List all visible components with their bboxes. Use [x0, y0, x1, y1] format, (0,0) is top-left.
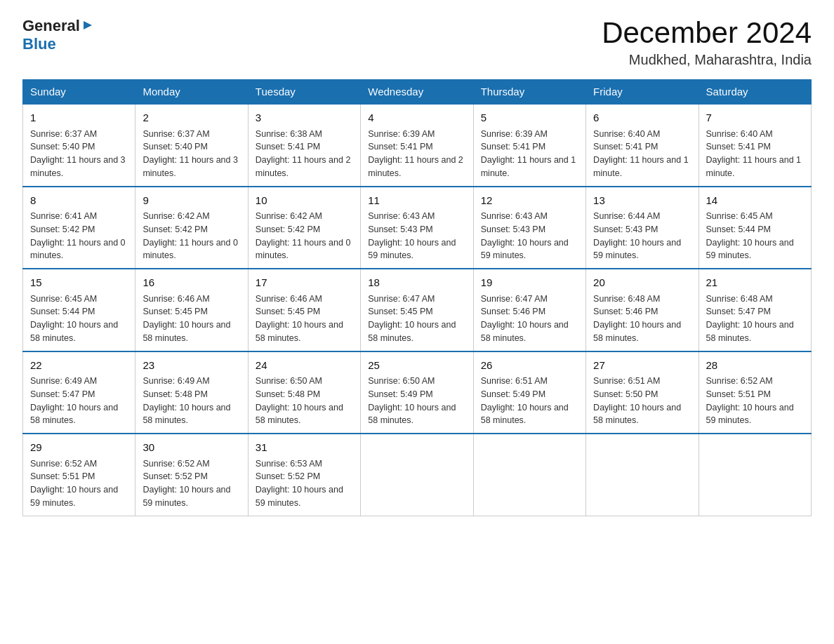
- calendar-cell: 20Sunrise: 6:48 AMSunset: 5:46 PMDayligh…: [586, 269, 699, 351]
- logo: General Blue: [22, 17, 93, 53]
- day-number: 25: [368, 358, 465, 374]
- calendar-cell: 17Sunrise: 6:46 AMSunset: 5:45 PMDayligh…: [248, 269, 360, 351]
- day-number: 27: [593, 358, 691, 374]
- header-sunday: Sunday: [23, 80, 135, 105]
- title-block: December 2024 Mudkhed, Maharashtra, Indi…: [602, 17, 812, 68]
- day-number: 21: [706, 275, 804, 291]
- day-info: Sunrise: 6:38 AMSunset: 5:41 PMDaylight:…: [256, 128, 353, 180]
- day-number: 17: [256, 275, 353, 291]
- calendar-cell: 26Sunrise: 6:51 AMSunset: 5:49 PMDayligh…: [473, 351, 585, 434]
- calendar-cell: 28Sunrise: 6:52 AMSunset: 5:51 PMDayligh…: [699, 351, 811, 434]
- day-number: 18: [368, 275, 465, 291]
- header-monday: Monday: [135, 80, 248, 105]
- calendar-cell: 3Sunrise: 6:38 AMSunset: 5:41 PMDaylight…: [248, 104, 360, 187]
- calendar-week-row: 29Sunrise: 6:52 AMSunset: 5:51 PMDayligh…: [23, 434, 812, 516]
- day-number: 11: [368, 193, 465, 209]
- logo-blue-text: Blue: [22, 35, 56, 53]
- calendar-cell: 27Sunrise: 6:51 AMSunset: 5:50 PMDayligh…: [586, 351, 699, 434]
- calendar-cell: 31Sunrise: 6:53 AMSunset: 5:52 PMDayligh…: [248, 434, 360, 516]
- day-number: 1: [30, 110, 128, 126]
- day-info: Sunrise: 6:46 AMSunset: 5:45 PMDaylight:…: [143, 293, 240, 345]
- day-info: Sunrise: 6:48 AMSunset: 5:47 PMDaylight:…: [706, 293, 804, 345]
- day-info: Sunrise: 6:42 AMSunset: 5:42 PMDaylight:…: [143, 210, 240, 262]
- day-number: 7: [706, 110, 804, 126]
- day-number: 20: [593, 275, 691, 291]
- day-number: 6: [593, 110, 691, 126]
- calendar-cell: 10Sunrise: 6:42 AMSunset: 5:42 PMDayligh…: [248, 187, 360, 269]
- day-info: Sunrise: 6:49 AMSunset: 5:47 PMDaylight:…: [30, 375, 128, 427]
- calendar-cell: 29Sunrise: 6:52 AMSunset: 5:51 PMDayligh…: [23, 434, 135, 516]
- day-info: Sunrise: 6:43 AMSunset: 5:43 PMDaylight:…: [368, 210, 465, 262]
- calendar-cell: 5Sunrise: 6:39 AMSunset: 5:41 PMDaylight…: [473, 104, 585, 187]
- calendar-cell: 11Sunrise: 6:43 AMSunset: 5:43 PMDayligh…: [361, 187, 473, 269]
- calendar-cell: 16Sunrise: 6:46 AMSunset: 5:45 PMDayligh…: [135, 269, 248, 351]
- day-number: 14: [706, 193, 804, 209]
- calendar-cell: [473, 434, 585, 516]
- day-info: Sunrise: 6:52 AMSunset: 5:51 PMDaylight:…: [706, 375, 804, 427]
- header-thursday: Thursday: [473, 80, 585, 105]
- day-info: Sunrise: 6:49 AMSunset: 5:48 PMDaylight:…: [143, 375, 240, 427]
- day-number: 19: [481, 275, 578, 291]
- header-wednesday: Wednesday: [361, 80, 473, 105]
- header-tuesday: Tuesday: [248, 80, 360, 105]
- day-info: Sunrise: 6:50 AMSunset: 5:49 PMDaylight:…: [368, 375, 465, 427]
- day-number: 29: [30, 440, 128, 456]
- day-info: Sunrise: 6:41 AMSunset: 5:42 PMDaylight:…: [30, 210, 128, 262]
- logo-triangle-icon: [82, 20, 93, 34]
- page-header: General Blue December 2024 Mudkhed, Maha…: [22, 17, 812, 68]
- day-number: 15: [30, 275, 128, 291]
- day-number: 30: [143, 440, 240, 456]
- day-number: 10: [256, 193, 353, 209]
- day-info: Sunrise: 6:50 AMSunset: 5:48 PMDaylight:…: [256, 375, 353, 427]
- calendar-week-row: 1Sunrise: 6:37 AMSunset: 5:40 PMDaylight…: [23, 104, 812, 187]
- calendar-cell: 23Sunrise: 6:49 AMSunset: 5:48 PMDayligh…: [135, 351, 248, 434]
- day-info: Sunrise: 6:52 AMSunset: 5:51 PMDaylight:…: [30, 457, 128, 510]
- calendar-title: December 2024: [602, 17, 812, 49]
- day-number: 8: [30, 193, 128, 209]
- calendar-cell: 25Sunrise: 6:50 AMSunset: 5:49 PMDayligh…: [361, 351, 473, 434]
- day-number: 16: [143, 275, 240, 291]
- calendar-cell: 30Sunrise: 6:52 AMSunset: 5:52 PMDayligh…: [135, 434, 248, 516]
- day-info: Sunrise: 6:47 AMSunset: 5:45 PMDaylight:…: [368, 293, 465, 345]
- header-saturday: Saturday: [699, 80, 811, 105]
- calendar-subtitle: Mudkhed, Maharashtra, India: [602, 52, 812, 68]
- day-number: 28: [706, 358, 804, 374]
- calendar-cell: 2Sunrise: 6:37 AMSunset: 5:40 PMDaylight…: [135, 104, 248, 187]
- calendar-cell: 24Sunrise: 6:50 AMSunset: 5:48 PMDayligh…: [248, 351, 360, 434]
- calendar-cell: 6Sunrise: 6:40 AMSunset: 5:41 PMDaylight…: [586, 104, 699, 187]
- day-info: Sunrise: 6:47 AMSunset: 5:46 PMDaylight:…: [481, 293, 578, 345]
- calendar-cell: 8Sunrise: 6:41 AMSunset: 5:42 PMDaylight…: [23, 187, 135, 269]
- calendar-cell: 22Sunrise: 6:49 AMSunset: 5:47 PMDayligh…: [23, 351, 135, 434]
- calendar-header-row: SundayMondayTuesdayWednesdayThursdayFrid…: [23, 80, 812, 105]
- day-number: 22: [30, 358, 128, 374]
- day-info: Sunrise: 6:40 AMSunset: 5:41 PMDaylight:…: [706, 128, 804, 180]
- day-number: 24: [256, 358, 353, 374]
- logo-general-text: General: [22, 17, 80, 35]
- calendar-cell: 21Sunrise: 6:48 AMSunset: 5:47 PMDayligh…: [699, 269, 811, 351]
- calendar-cell: [361, 434, 473, 516]
- calendar-cell: [586, 434, 699, 516]
- day-info: Sunrise: 6:40 AMSunset: 5:41 PMDaylight:…: [593, 128, 691, 180]
- day-info: Sunrise: 6:39 AMSunset: 5:41 PMDaylight:…: [368, 128, 465, 180]
- day-info: Sunrise: 6:37 AMSunset: 5:40 PMDaylight:…: [30, 128, 128, 180]
- day-info: Sunrise: 6:46 AMSunset: 5:45 PMDaylight:…: [256, 293, 353, 345]
- calendar-cell: 15Sunrise: 6:45 AMSunset: 5:44 PMDayligh…: [23, 269, 135, 351]
- day-info: Sunrise: 6:52 AMSunset: 5:52 PMDaylight:…: [143, 457, 240, 510]
- calendar-cell: 12Sunrise: 6:43 AMSunset: 5:43 PMDayligh…: [473, 187, 585, 269]
- header-friday: Friday: [586, 80, 699, 105]
- calendar-week-row: 22Sunrise: 6:49 AMSunset: 5:47 PMDayligh…: [23, 351, 812, 434]
- calendar-cell: 13Sunrise: 6:44 AMSunset: 5:43 PMDayligh…: [586, 187, 699, 269]
- day-number: 23: [143, 358, 240, 374]
- day-info: Sunrise: 6:45 AMSunset: 5:44 PMDaylight:…: [30, 293, 128, 345]
- day-number: 26: [481, 358, 578, 374]
- day-info: Sunrise: 6:51 AMSunset: 5:49 PMDaylight:…: [481, 375, 578, 427]
- calendar-cell: 18Sunrise: 6:47 AMSunset: 5:45 PMDayligh…: [361, 269, 473, 351]
- day-info: Sunrise: 6:44 AMSunset: 5:43 PMDaylight:…: [593, 210, 691, 262]
- calendar-week-row: 15Sunrise: 6:45 AMSunset: 5:44 PMDayligh…: [23, 269, 812, 351]
- day-info: Sunrise: 6:53 AMSunset: 5:52 PMDaylight:…: [256, 457, 353, 510]
- day-number: 12: [481, 193, 578, 209]
- day-number: 9: [143, 193, 240, 209]
- calendar-cell: 14Sunrise: 6:45 AMSunset: 5:44 PMDayligh…: [699, 187, 811, 269]
- day-info: Sunrise: 6:43 AMSunset: 5:43 PMDaylight:…: [481, 210, 578, 262]
- calendar-cell: 4Sunrise: 6:39 AMSunset: 5:41 PMDaylight…: [361, 104, 473, 187]
